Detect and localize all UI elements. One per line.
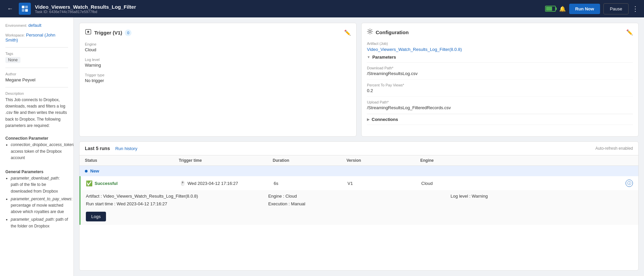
loglevel-detail: Log level : Warning <box>450 194 633 199</box>
connections-toggle[interactable]: ▶ Connections <box>367 114 633 125</box>
general-params-list: parameter_download_path: path of the fil… <box>5 175 68 229</box>
logo-icon <box>19 3 31 15</box>
col-trigger-time: Trigger time <box>179 158 273 163</box>
artifact-label: Artifact (Job) <box>367 42 633 46</box>
run-duration: 6s <box>274 181 347 186</box>
trigger-header-left: Trigger (V1) 0 <box>85 28 131 37</box>
execution-detail: Execution : Manual <box>268 201 451 206</box>
logs-button[interactable]: Logs <box>86 212 106 221</box>
runs-title: Last 5 runs <box>85 146 110 151</box>
run-version: V1 <box>347 181 421 186</box>
col-engine: Engine <box>420 158 633 163</box>
trigger-type-label: Trigger type <box>85 73 351 77</box>
header-title-block: Video_Viewers_Watch_Results_Log_Filter T… <box>35 4 541 14</box>
col-status: Status <box>85 158 179 163</box>
divider-1 <box>5 47 68 48</box>
description-label: Description <box>5 91 68 95</box>
trigger-engine-value: Cloud <box>85 47 351 52</box>
new-run-label: New <box>90 168 99 174</box>
trigger-card-header: Trigger (V1) 0 ✏️ <box>85 28 351 37</box>
success-icon: ✅ <box>86 180 93 187</box>
svg-point-6 <box>369 30 371 32</box>
config-title: Configuration <box>376 29 409 35</box>
general-param-3: parameter_upload_path: path of the folde… <box>11 216 68 229</box>
download-path-param: Download Path* /StreamingResultsLog.csv <box>367 63 633 80</box>
notification-bell-button[interactable]: 🔔 <box>559 6 566 12</box>
trigger-edit-button[interactable]: ✏️ <box>344 29 351 36</box>
trigger-engine-label: Engine <box>85 42 351 46</box>
col-duration: Duration <box>273 158 346 163</box>
sidebar-author: Author Megane Peyvel <box>5 72 68 82</box>
back-button[interactable]: ← <box>5 4 15 13</box>
battery-icon <box>545 6 556 12</box>
workspace-label: Workspace: <box>5 33 25 37</box>
new-run-row: New <box>79 166 638 176</box>
trigger-badge: 0 <box>125 29 131 36</box>
run-row-main: ✅ Successful 🖱️ Wed 2023-04-12 17:16:27 … <box>80 176 638 190</box>
percent-value: 0.2 <box>367 88 633 93</box>
sidebar: Environment: default Workspace: Personal… <box>0 17 74 276</box>
description-text: This Job connects to Dropbox, downloads,… <box>5 97 68 229</box>
run-now-button[interactable]: Run Now <box>569 4 600 14</box>
conn-param-item: connection_dropbox_access_token: access … <box>11 142 68 161</box>
parameters-toggle[interactable]: ▼ Parameters <box>367 52 633 63</box>
new-run-dot <box>85 170 88 172</box>
upload-path-label: Upload Path* <box>367 100 633 104</box>
download-path-value: /StreamingResultsLog.csv <box>367 71 633 76</box>
artifact-detail: Artifact : Video_Viewers_Watch_Results_L… <box>86 194 268 199</box>
run-status-label: Successful <box>95 181 118 186</box>
col-version: Version <box>346 158 420 163</box>
trigger-loglevel-value: Warning <box>85 63 351 68</box>
table-header: Status Trigger time Duration Version Eng… <box>79 155 638 166</box>
run-row-1: ✅ Successful 🖱️ Wed 2023-04-12 17:16:27 … <box>79 176 638 225</box>
upload-path-value: /StreamingResultsLog_FilteredRecords.csv <box>367 105 633 110</box>
percent-label: Percent To Pay Views* <box>367 83 633 87</box>
run-trigger-time: 🖱️ Wed 2023-04-12 17:16:27 <box>180 181 274 186</box>
run-engine: Cloud <box>421 181 433 186</box>
trigger-title: Trigger (V1) <box>94 30 122 36</box>
svg-rect-0 <box>22 6 24 8</box>
config-header-left: Configuration <box>367 28 409 36</box>
trigger-engine-field: Engine Cloud <box>85 42 351 52</box>
sidebar-tags: Tags None <box>5 52 68 63</box>
svg-point-5 <box>87 31 89 33</box>
run-details-grid: Artifact : Video_Viewers_Watch_Results_L… <box>86 194 633 206</box>
main-layout: Environment: default Workspace: Personal… <box>0 17 644 276</box>
pause-button[interactable]: Pause <box>603 3 629 14</box>
gear-icon <box>367 28 373 36</box>
download-path-label: Download Path* <box>367 66 633 70</box>
sidebar-description: Description This Job connects to Dropbox… <box>5 91 68 229</box>
percent-param: Percent To Pay Views* 0.2 <box>367 80 633 97</box>
engine-detail: Engine : Cloud <box>268 194 451 199</box>
conn-param-title: Connection Parameter <box>5 136 48 141</box>
author-value: Megane Peyvel <box>5 77 68 82</box>
parameters-label: Parameters <box>372 55 396 60</box>
config-edit-button[interactable]: ✏️ <box>626 29 633 36</box>
run-history-link[interactable]: Run history <box>115 146 138 151</box>
tags-label: Tags <box>5 52 68 56</box>
content-area: Trigger (V1) 0 ✏️ Engine Cloud Log level… <box>74 17 644 276</box>
trigger-card: Trigger (V1) 0 ✏️ Engine Cloud Log level… <box>79 23 357 137</box>
parameters-chevron: ▼ <box>367 55 370 59</box>
header-actions: 🔔 Run Now Pause ⋮ <box>545 3 639 14</box>
svg-rect-2 <box>22 9 24 12</box>
sidebar-environment: Environment: default <box>5 23 68 28</box>
general-param-1: parameter_download_path: path of the fil… <box>11 175 68 195</box>
connections-label: Connections <box>372 117 398 122</box>
run-details: Artifact : Video_Viewers_Watch_Results_L… <box>80 190 638 225</box>
run-status: ✅ Successful <box>86 180 180 187</box>
environment-value[interactable]: default <box>28 23 41 28</box>
artifact-link[interactable]: Video_Viewers_Watch_Results_Log_Filter(8… <box>367 47 462 52</box>
clock-icon: 🖱️ <box>180 181 185 186</box>
run-start-detail: Run start time : Wed 2023-04-12 17:16:27 <box>86 201 268 206</box>
more-options-button[interactable]: ⋮ <box>632 5 639 13</box>
trigger-type-value: No trigger <box>85 78 351 83</box>
svg-rect-3 <box>25 9 28 12</box>
run-info-button[interactable]: ⓘ <box>626 180 633 187</box>
job-title: Video_Viewers_Watch_Results_Log_Filter <box>35 4 541 10</box>
trigger-loglevel-label: Log level <box>85 58 351 62</box>
environment-label: Environment: <box>5 23 27 27</box>
trigger-time-value: Wed 2023-04-12 17:16:27 <box>187 181 238 186</box>
trigger-icon <box>85 28 92 37</box>
general-param-2: parameter_percent_to_pay_views: percenta… <box>11 196 68 215</box>
